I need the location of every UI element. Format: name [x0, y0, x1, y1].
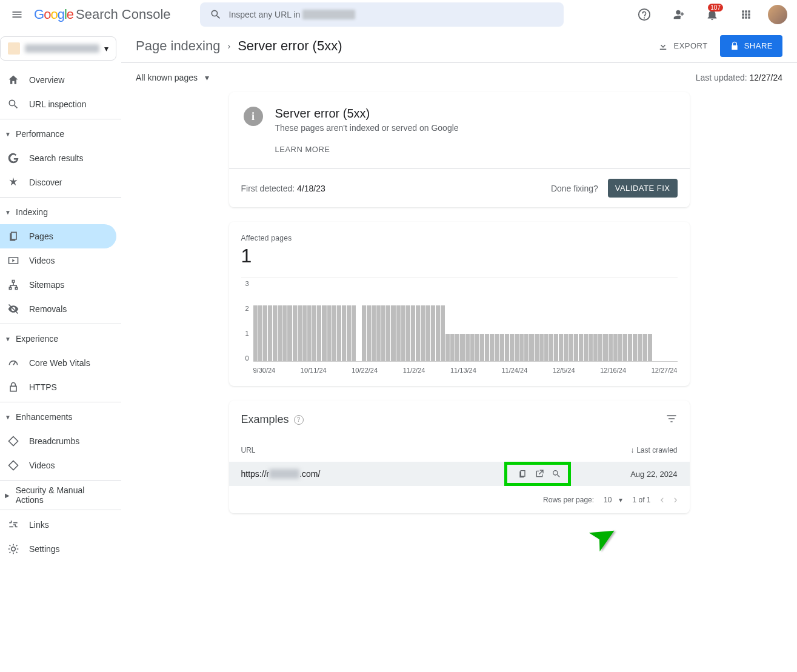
property-selector[interactable]: property ▾ [0, 36, 116, 61]
download-icon [658, 41, 669, 52]
users-icon[interactable] [666, 2, 690, 27]
prev-page-button[interactable]: ‹ [661, 493, 664, 506]
rows-per-page-label: Rows per page: [543, 496, 594, 504]
export-label: EXPORT [673, 41, 707, 50]
chart-bar [603, 334, 607, 362]
sitemap-icon [7, 279, 19, 291]
help-icon[interactable]: ? [294, 415, 304, 425]
apps-grid-icon[interactable] [734, 2, 758, 27]
nav-discover[interactable]: Discover [0, 170, 116, 195]
chevron-right-icon: ▶ [5, 492, 11, 499]
last-updated: Last updated: 12/27/24 [696, 73, 782, 82]
y-axis-tick: 0 [245, 354, 248, 362]
nav-settings-label: Settings [29, 544, 60, 554]
nav-breadcrumbs-label: Breadcrumbs [29, 436, 79, 446]
info-icon: i [244, 107, 263, 126]
diamond-icon [7, 435, 19, 447]
asterisk-icon [7, 176, 19, 188]
chart-bar [391, 305, 395, 362]
column-url: URL [241, 446, 556, 454]
video-icon [7, 254, 19, 267]
chart-bar [386, 305, 390, 362]
x-axis-tick: 10/11/24 [301, 367, 327, 374]
x-axis-tick: 11/24/24 [501, 367, 527, 374]
open-url-icon[interactable] [533, 468, 545, 480]
section-performance[interactable]: ▼Performance [0, 122, 121, 146]
table-row[interactable]: https://rxxxxxx.com/ Aug 22, 2024 [229, 462, 690, 486]
chart-bar [564, 334, 568, 362]
chart-bar [406, 305, 410, 362]
section-indexing[interactable]: ▼Indexing [0, 200, 121, 224]
export-button[interactable]: EXPORT [653, 36, 712, 56]
nav-core-web-vitals[interactable]: Core Web Vitals [0, 351, 116, 375]
chevron-down-icon: ▾ [104, 44, 108, 53]
next-page-button[interactable]: › [674, 493, 678, 506]
url-inspect-search[interactable]: Inspect any URL in example site [200, 2, 564, 27]
chart-bar [317, 305, 321, 362]
chevron-down-icon: ▼ [5, 131, 11, 138]
chart-bar [579, 334, 583, 362]
chart-bar [643, 334, 647, 362]
copy-url-icon[interactable] [516, 468, 529, 480]
breadcrumb-parent[interactable]: Page indexing [136, 38, 220, 54]
nav-https[interactable]: HTTPS [0, 375, 116, 399]
chart-bar [298, 305, 302, 362]
chevron-down-icon: ▼ [5, 209, 11, 216]
chart-bar [584, 334, 588, 362]
section-experience[interactable]: ▼Experience [0, 327, 121, 351]
share-button[interactable]: SHARE [720, 35, 782, 57]
nav-breadcrumbs[interactable]: Breadcrumbs [0, 429, 116, 453]
chart-bar [293, 305, 297, 362]
nav-overview[interactable]: Overview [0, 68, 116, 92]
row-last-crawled: Aug 22, 2024 [581, 470, 678, 479]
help-icon[interactable] [632, 2, 656, 27]
nav-links[interactable]: Links [0, 513, 116, 537]
nav-discover-label: Discover [29, 178, 62, 187]
section-security[interactable]: ▶Security & Manual Actions [0, 483, 121, 507]
filter-icon[interactable] [665, 413, 678, 427]
notifications-icon[interactable]: 107 [700, 2, 724, 27]
nav-videos-enhancements[interactable]: Videos [0, 453, 116, 477]
column-last-crawled[interactable]: ↓ Last crawled [556, 446, 678, 454]
chart-bar [431, 305, 435, 362]
chart-bar [268, 305, 272, 362]
nav-removals[interactable]: Removals [0, 297, 116, 321]
examples-title: Examples [241, 413, 289, 426]
inspect-url-icon[interactable] [550, 468, 562, 480]
nav-url-inspection-label: URL inspection [29, 99, 86, 109]
property-favicon [8, 42, 20, 55]
chart-bar [282, 305, 287, 362]
nav-videos-indexing[interactable]: Videos [0, 248, 116, 273]
learn-more-link[interactable]: LEARN MORE [275, 145, 459, 154]
breadcrumb: Page indexing › Server error (5xx) [136, 38, 342, 54]
hamburger-menu-icon[interactable] [10, 7, 24, 22]
nav-search-results[interactable]: Search results [0, 146, 116, 170]
chart-bar [519, 334, 524, 362]
done-fixing-label: Done fixing? [551, 184, 598, 193]
nav-sitemaps[interactable]: Sitemaps [0, 273, 116, 297]
sort-down-icon: ↓ [630, 446, 634, 454]
page-filter-label: All known pages [136, 73, 198, 82]
chart-bar [307, 305, 312, 362]
section-enhancements[interactable]: ▼Enhancements [0, 405, 121, 429]
nav-url-inspection[interactable]: URL inspection [0, 92, 116, 116]
chart-bar [515, 334, 519, 362]
chart-bar [258, 305, 262, 362]
chart-bar [539, 334, 544, 362]
nav-search-results-label: Search results [29, 153, 83, 163]
chart-bar [554, 334, 558, 362]
gauge-icon [7, 357, 19, 369]
x-axis-tick: 9/30/24 [253, 367, 276, 374]
nav-https-label: HTTPS [29, 382, 57, 392]
validate-fix-button[interactable]: VALIDATE FIX [608, 179, 678, 198]
nav-settings[interactable]: Settings [0, 537, 116, 561]
affected-pages-chart: 3210 9/30/2410/11/2410/22/2411/2/2411/13… [241, 277, 678, 374]
logo[interactable]: Google Search Console [34, 7, 171, 22]
account-avatar[interactable] [768, 5, 787, 24]
rows-per-page-select[interactable]: 10 ▾ [604, 496, 622, 504]
nav-removals-label: Removals [29, 304, 67, 314]
y-axis-tick: 2 [245, 305, 248, 312]
chart-bar [465, 334, 470, 362]
page-filter-dropdown[interactable]: All known pages ▾ [136, 73, 209, 82]
nav-pages[interactable]: Pages [0, 224, 116, 248]
